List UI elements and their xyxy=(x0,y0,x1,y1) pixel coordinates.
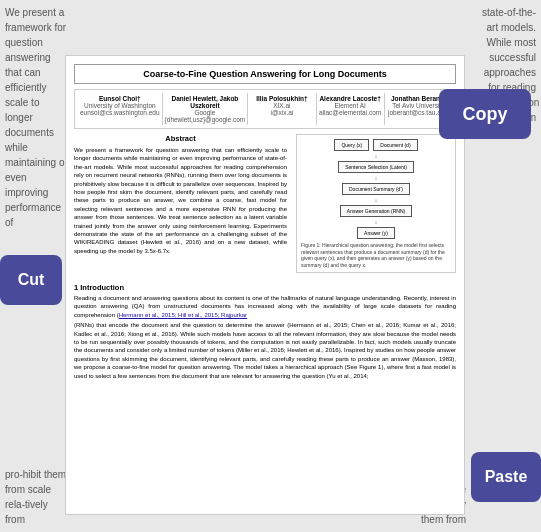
author-3-email: i@xix.ai xyxy=(250,109,313,116)
author-4-email: allac@elementai.com xyxy=(319,109,382,116)
fig-document: Document (d) xyxy=(373,139,417,151)
author-4-name: Alexandre Lacoste† xyxy=(319,95,382,102)
figure-caption: Figure 1: Hierarchical question answerin… xyxy=(301,242,451,268)
figure-area: Query (x) Document (d) ↓ Sentence Select… xyxy=(296,134,456,273)
fig-arrow-2: ↓ xyxy=(375,175,378,181)
fig-arrow-1: ↓ xyxy=(375,153,378,159)
cut-button[interactable]: Cut xyxy=(0,255,62,305)
author-4-inst: Element AI xyxy=(319,102,382,109)
abstract-section: Abstract We present a framework for ques… xyxy=(74,134,287,255)
fig-query: Query (x) xyxy=(334,139,369,151)
authors-section: Eunsol Choi† University of Washington eu… xyxy=(74,89,456,129)
intro-text-2: (RNNs) that encode the document and the … xyxy=(74,321,456,380)
intro-title: 1 Introduction xyxy=(74,283,456,292)
fig-sentence-selection: Sentence Selection (Latent) xyxy=(338,161,414,173)
author-3: Illia Polosukhin† XIX.ai i@xix.ai xyxy=(248,93,316,125)
author-1-name: Eunsol Choi† xyxy=(80,95,160,102)
fig-arrow-4: ↓ xyxy=(375,219,378,225)
figure-diagram: Query (x) Document (d) ↓ Sentence Select… xyxy=(301,139,451,239)
document-title: Coarse-to-Fine Question Answering for Lo… xyxy=(74,64,456,84)
author-2-email: {dhewlett,usz}@google.com xyxy=(165,116,246,123)
paste-button[interactable]: Paste xyxy=(471,452,541,502)
intro-text: Reading a document and answering questio… xyxy=(74,294,456,319)
author-4: Alexandre Lacoste† Element AI allac@elem… xyxy=(317,93,385,125)
copy-button[interactable]: Copy xyxy=(439,89,531,139)
author-3-inst: XIX.ai xyxy=(250,102,313,109)
author-2-inst: Google xyxy=(165,109,246,116)
figure-box: Query (x) Document (d) ↓ Sentence Select… xyxy=(296,134,456,273)
author-2-name: Daniel Hewlett, Jakob Uszkoreit xyxy=(165,95,246,109)
fig-answer-gen: Answer Generation (RNN) xyxy=(340,205,412,217)
fig-doc-summary: Document Summary (d') xyxy=(342,183,410,195)
abstract-title: Abstract xyxy=(74,134,287,143)
fig-answer: Answer (y) xyxy=(357,227,395,239)
author-3-name: Illia Polosukhin† xyxy=(250,95,313,102)
intro-section: 1 Introduction Reading a document and an… xyxy=(74,283,456,380)
author-2: Daniel Hewlett, Jakob Uszkoreit Google {… xyxy=(163,93,249,125)
abstract-text: We present a framework for question answ… xyxy=(74,146,287,255)
fig-arrow-3: ↓ xyxy=(375,197,378,203)
author-1-email: eunsol@cs.washington.edu xyxy=(80,109,160,116)
author-1: Eunsol Choi† University of Washington eu… xyxy=(78,93,163,125)
document-preview: Coarse-to-Fine Question Answering for Lo… xyxy=(65,55,465,515)
author-1-inst: University of Washington xyxy=(80,102,160,109)
